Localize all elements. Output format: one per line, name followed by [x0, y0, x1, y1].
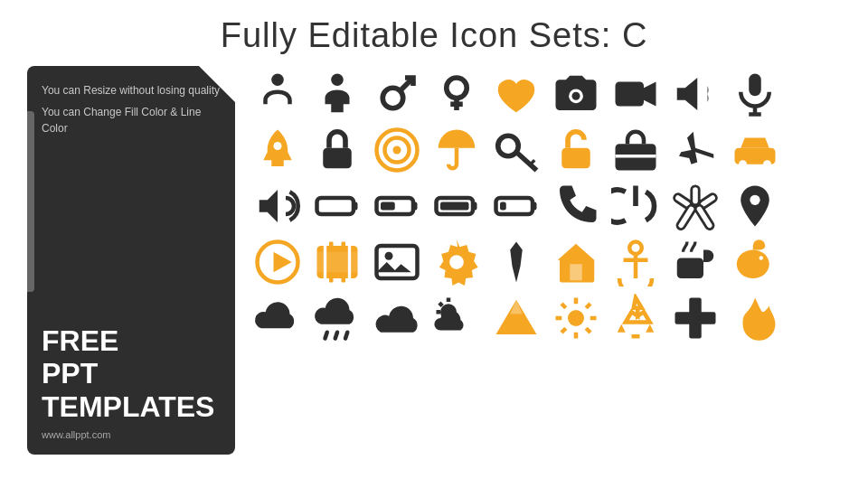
svg-rect-29: [354, 202, 358, 211]
svg-marker-55: [510, 242, 523, 283]
house-icon: [552, 238, 600, 286]
svg-point-61: [737, 250, 769, 279]
svg-point-4: [447, 78, 467, 99]
sidebar: You can Resize without losing quality Yo…: [27, 66, 235, 455]
flame-icon: [731, 294, 779, 343]
umbrella-icon: [432, 126, 481, 174]
speaker-icon: [253, 182, 302, 230]
target-icon: [373, 126, 421, 174]
battery-low-icon: [492, 182, 541, 230]
svg-rect-31: [381, 202, 395, 211]
female-sign-icon: [432, 70, 481, 118]
svg-line-79: [586, 328, 590, 333]
camera-icon: [552, 70, 600, 118]
video-camera-icon: [611, 70, 660, 118]
power-icon: [611, 182, 660, 230]
cloud2-icon: [373, 294, 421, 343]
svg-rect-15: [323, 148, 352, 169]
coffee-icon: [671, 238, 720, 286]
svg-line-64: [335, 333, 337, 339]
gray-bar: [27, 111, 34, 292]
svg-point-26: [739, 160, 747, 168]
svg-rect-22: [561, 148, 590, 169]
megaphone-icon: [671, 70, 720, 118]
svg-point-1: [331, 74, 344, 87]
svg-line-21: [531, 160, 535, 164]
gear-icon: [432, 238, 481, 286]
resize-text: You can Resize without losing quality: [42, 82, 221, 99]
svg-rect-28: [317, 198, 354, 214]
svg-point-8: [572, 92, 580, 100]
color-text: You can Change Fill Color & Line Color: [42, 104, 221, 136]
recycle-icon: [611, 294, 660, 343]
svg-point-2: [382, 88, 403, 108]
svg-rect-60: [677, 258, 703, 279]
battery-empty-icon: [313, 182, 362, 230]
svg-marker-43: [274, 252, 292, 273]
icon-row-1: [253, 70, 841, 118]
anchor-icon: [611, 238, 660, 286]
svg-rect-83: [675, 312, 716, 324]
sidebar-top: You can Resize without losing quality Yo…: [42, 82, 221, 142]
svg-line-65: [345, 333, 347, 339]
svg-rect-51: [342, 275, 346, 283]
person-icon: [253, 70, 302, 118]
icons-grid: [253, 66, 841, 455]
svg-line-70: [439, 303, 442, 305]
svg-line-78: [561, 304, 566, 308]
svg-rect-38: [533, 202, 537, 211]
svg-point-57: [629, 242, 642, 255]
cross-sign-icon: [671, 294, 720, 343]
svg-line-63: [326, 333, 327, 339]
svg-marker-72: [510, 300, 523, 314]
piggy-bank-icon: [731, 238, 779, 286]
svg-rect-32: [413, 202, 418, 211]
briefcase-icon: [611, 126, 660, 174]
airplane-icon: [671, 126, 720, 174]
svg-rect-35: [473, 202, 477, 211]
lock-icon: [313, 126, 362, 174]
location-pin-icon: [731, 182, 779, 230]
svg-point-41: [750, 195, 760, 205]
sun-cloud-icon: [432, 294, 481, 343]
icon-row-3: [253, 182, 841, 230]
page-title: Fully Editable Icon Sets: C: [0, 0, 868, 66]
sidebar-bottom: FREEPPTTEMPLATES www.allppt.com: [42, 324, 221, 440]
svg-rect-45: [317, 252, 358, 273]
svg-point-73: [568, 310, 584, 326]
unlock-icon: [552, 126, 600, 174]
svg-rect-11: [749, 74, 761, 97]
svg-rect-9: [616, 82, 645, 107]
phone-icon: [552, 182, 600, 230]
battery-half-icon: [373, 182, 421, 230]
svg-rect-49: [342, 242, 346, 250]
svg-rect-37: [500, 202, 506, 211]
sun-icon: [552, 294, 600, 343]
play-button-icon: [253, 238, 302, 286]
svg-point-19: [498, 136, 519, 156]
icon-row-2: [253, 126, 841, 174]
svg-point-14: [274, 142, 282, 150]
cloud-icon: [253, 294, 302, 343]
svg-rect-52: [377, 246, 418, 278]
film-strip-icon: [313, 238, 362, 286]
svg-marker-10: [644, 82, 656, 107]
icon-row-4: [253, 238, 841, 286]
svg-rect-48: [329, 242, 334, 250]
svg-point-54: [449, 255, 464, 269]
svg-point-62: [760, 256, 764, 260]
svg-rect-34: [440, 202, 469, 211]
woman-icon: [313, 70, 362, 118]
microphone-icon: [731, 70, 779, 118]
svg-point-0: [271, 74, 284, 87]
key-icon: [492, 126, 541, 174]
svg-rect-56: [570, 264, 582, 280]
website-label: www.allppt.com: [42, 429, 221, 440]
battery-full-icon: [432, 182, 481, 230]
radiation-icon: [671, 182, 720, 230]
free-ppt-label: FREEPPTTEMPLATES: [42, 324, 221, 424]
car-icon: [731, 126, 779, 174]
image-icon: [373, 238, 421, 286]
male-sign-icon: [373, 70, 421, 118]
heart-icon: [492, 70, 541, 118]
